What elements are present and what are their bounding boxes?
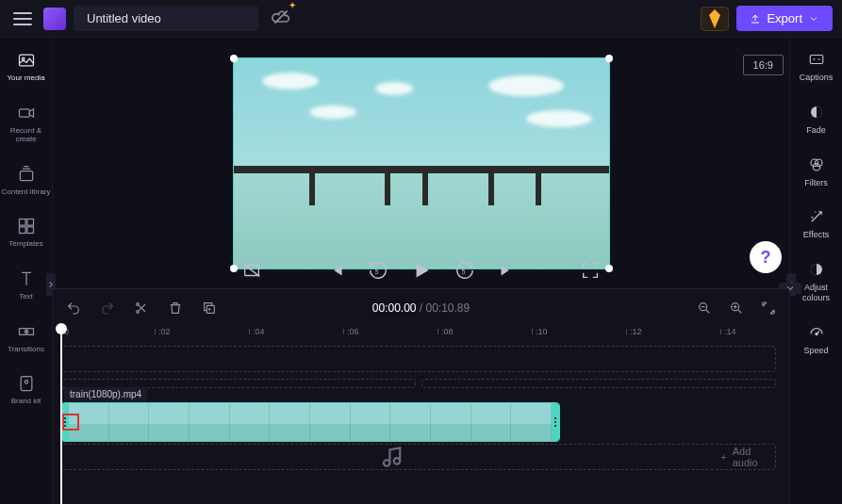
sidebar-templates[interactable]: Templates	[0, 215, 52, 251]
music-icon	[71, 445, 715, 469]
video-clip[interactable]	[60, 402, 560, 442]
svg-text:5: 5	[374, 268, 378, 275]
svg-point-24	[137, 303, 140, 306]
svg-rect-8	[26, 227, 33, 234]
audio-track-label: Add audio	[733, 446, 775, 468]
svg-point-17	[813, 163, 820, 171]
svg-rect-4	[20, 171, 32, 180]
svg-rect-3	[19, 108, 29, 116]
svg-point-12	[25, 381, 27, 383]
time-display: 00:00.00 / 00:10.89	[372, 301, 470, 315]
help-button[interactable]: ?	[750, 241, 782, 273]
text-icon	[17, 269, 36, 288]
audio-track[interactable]: + Add audio	[60, 444, 776, 470]
preview-area: 5 5	[53, 38, 789, 288]
menu-button[interactable]	[9, 6, 36, 32]
effects-icon	[808, 208, 825, 225]
resize-handle-tl[interactable]	[230, 55, 238, 62]
right-sidebar: Captions Fade Filters Effects Adjust col…	[789, 38, 842, 504]
aspect-ratio-selector[interactable]: 16:9	[743, 55, 784, 75]
app-logo	[43, 8, 66, 30]
playback-controls: 5 5	[53, 258, 789, 283]
library-icon	[17, 165, 36, 184]
forward-button[interactable]: 5	[454, 260, 475, 281]
sidebar-record-create[interactable]: Record & create	[0, 102, 52, 146]
sidebar-brand-kit[interactable]: Brand kit	[0, 372, 52, 408]
sidebar-fade[interactable]: Fade	[790, 104, 842, 136]
fit-timeline-button[interactable]	[761, 301, 776, 316]
clip-filename-label: train(1080p).mp4	[64, 387, 147, 401]
left-sidebar: Your media Record & create Content libra…	[0, 38, 53, 504]
svg-rect-5	[19, 219, 25, 226]
undo-button[interactable]	[66, 301, 81, 316]
export-label: Export	[767, 11, 802, 25]
brand-icon	[17, 374, 36, 393]
sidebar-transitions[interactable]: Transitions	[0, 320, 52, 356]
fade-icon	[808, 104, 825, 121]
camera-icon	[17, 104, 36, 122]
svg-rect-7	[19, 227, 25, 234]
speed-icon	[808, 324, 825, 341]
play-button[interactable]	[409, 258, 434, 283]
highlight-marker	[62, 414, 79, 431]
media-icon	[17, 51, 36, 70]
skip-start-button[interactable]	[326, 260, 347, 281]
rewind-button[interactable]: 5	[368, 260, 388, 281]
svg-point-19	[815, 333, 817, 334]
sidebar-text[interactable]: Text	[0, 268, 52, 303]
project-title-input[interactable]	[74, 6, 258, 31]
fullscreen-button[interactable]	[580, 260, 601, 281]
sidebar-speed[interactable]: Speed	[790, 324, 842, 356]
templates-icon	[17, 217, 36, 236]
empty-track[interactable]	[60, 346, 776, 372]
timeline-ruler[interactable]: 0 :02 :04 :06 :08 :10 :12 :14	[60, 327, 789, 346]
split-button[interactable]	[134, 301, 149, 316]
svg-line-21	[244, 265, 260, 277]
sidebar-content-library[interactable]: Content library	[0, 163, 52, 199]
svg-point-16	[815, 159, 822, 167]
timeline-toolbar: 00:00.00 / 00:10.89	[53, 289, 789, 327]
filters-icon	[808, 156, 825, 173]
captions-icon	[808, 51, 825, 68]
resize-handle-tr[interactable]	[605, 55, 613, 62]
timeline: 00:00.00 / 00:10.89 0 :02 :04 :06 :08 :1…	[53, 288, 789, 504]
premium-button[interactable]	[701, 7, 729, 31]
export-button[interactable]: Export	[736, 6, 833, 31]
playhead[interactable]	[60, 327, 62, 504]
zoom-in-button[interactable]	[729, 301, 744, 316]
safe-zone-toggle[interactable]	[241, 260, 262, 281]
delete-button[interactable]	[168, 301, 183, 316]
sidebar-effects[interactable]: Effects	[790, 208, 842, 240]
svg-point-25	[137, 311, 140, 314]
preview-canvas[interactable]	[233, 57, 610, 269]
cloud-sync-icon[interactable]: ✦	[272, 8, 290, 30]
clip-trim-right[interactable]	[552, 403, 559, 441]
svg-text:5: 5	[461, 268, 465, 275]
sidebar-captions[interactable]: Captions	[790, 51, 842, 83]
svg-rect-6	[26, 219, 33, 226]
sidebar-filters[interactable]: Filters	[790, 156, 842, 188]
duplicate-button[interactable]	[202, 301, 217, 316]
transitions-icon	[17, 322, 36, 341]
sidebar-your-media[interactable]: Your media	[0, 49, 52, 85]
spacer-track	[60, 378, 776, 389]
svg-point-2	[22, 57, 25, 60]
skip-end-button[interactable]	[496, 260, 517, 281]
header: ✦ Export	[0, 0, 842, 38]
svg-rect-13	[810, 56, 823, 64]
zoom-out-button[interactable]	[697, 301, 712, 316]
redo-button[interactable]	[100, 301, 115, 316]
adjust-colours-icon	[808, 261, 825, 278]
